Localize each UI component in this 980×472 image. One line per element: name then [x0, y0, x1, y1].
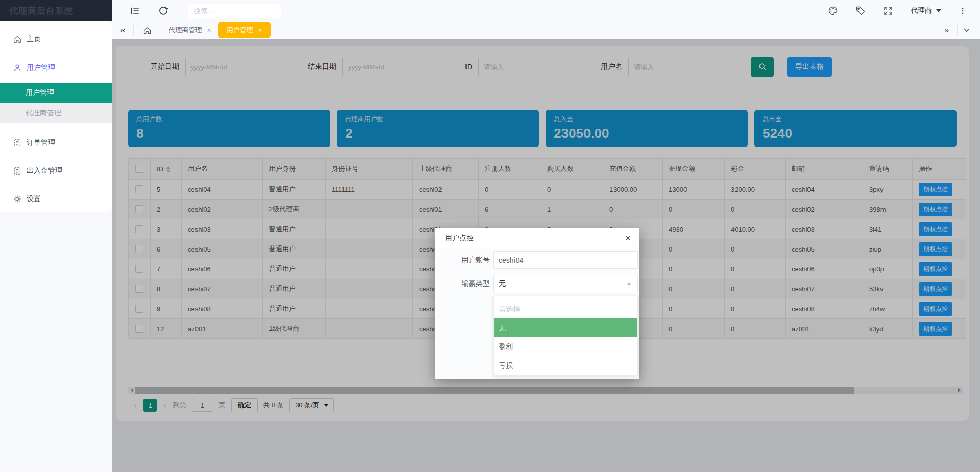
money-icon — [13, 166, 22, 176]
sidebar-item-label: 主页 — [27, 35, 41, 44]
sidebar-subitem-agent-management[interactable]: 代理商管理 — [0, 103, 112, 123]
sidebar-item-label: 设置 — [27, 194, 41, 204]
sidebar-item-settings[interactable]: 设置 — [0, 189, 112, 209]
account-input[interactable] — [493, 251, 638, 269]
tabs-dropdown-icon[interactable] — [963, 26, 971, 34]
account-label: 用户账号 — [445, 251, 490, 269]
winloss-dropdown: 请选择无盈利亏损 — [493, 296, 638, 376]
winloss-type-select[interactable]: 无 — [493, 275, 638, 292]
fullscreen-icon[interactable] — [883, 6, 893, 16]
sidebar-item-order-management[interactable]: 订单管理 — [0, 133, 112, 153]
header-actions: 代理商 — [828, 6, 980, 16]
home-icon — [13, 35, 22, 44]
app-logo: 代理商后台系统 — [0, 0, 112, 21]
dropdown-option[interactable]: 盈利 — [494, 337, 637, 356]
search-input[interactable] — [188, 4, 281, 18]
sidebar-item-label: 用户管理 — [26, 88, 54, 97]
modal-title: 用户点控 — [445, 234, 474, 243]
sidebar-toggle-icon[interactable] — [130, 6, 140, 16]
user-control-modal: 用户点控 × 用户账号 输赢类型 无 请选择无盈利亏损 — [435, 228, 639, 379]
modal-body: 用户账号 输赢类型 无 请选择无盈利亏损 — [435, 249, 639, 379]
close-icon[interactable]: × — [625, 233, 631, 243]
refresh-icon[interactable] — [158, 6, 168, 16]
dropdown-option[interactable]: 请选择 — [494, 300, 637, 318]
gear-icon — [13, 194, 22, 204]
tab-label: 代理商管理 — [168, 26, 202, 35]
top-header: 代理商 — [112, 0, 980, 21]
sidebar-item-label: 用户管理 — [27, 63, 55, 72]
home-icon — [143, 26, 152, 35]
tab-bar: « 代理商管理 × 用户管理 × » — [112, 21, 980, 39]
close-icon[interactable]: × — [207, 26, 211, 34]
tab-user-management[interactable]: 用户管理 × — [218, 22, 271, 38]
dropdown-option[interactable]: 亏损 — [494, 356, 637, 375]
sidebar: 主页 用户管理 用户管理 代理商管理 订单管理 出入金管理 设置 — [0, 21, 112, 212]
sidebar-subitem-user-management[interactable]: 用户管理 — [0, 83, 112, 103]
dropdown-option[interactable]: 无 — [494, 318, 637, 337]
global-search — [188, 4, 281, 18]
sidebar-item-label: 代理商管理 — [26, 109, 61, 118]
tabs-scroll-left[interactable]: « — [112, 21, 133, 39]
sidebar-item-label: 出入金管理 — [27, 166, 62, 176]
app-title: 代理商后台系统 — [9, 5, 74, 17]
tag-icon[interactable] — [855, 6, 866, 16]
select-value: 无 — [499, 279, 506, 288]
username: 代理商 — [911, 6, 932, 15]
theme-palette-icon[interactable] — [828, 6, 838, 16]
sidebar-item-label: 订单管理 — [27, 138, 55, 147]
tab-agent-management[interactable]: 代理商管理 × — [161, 21, 218, 39]
order-icon — [13, 138, 22, 147]
chevron-down-icon — [936, 9, 941, 12]
modal-header: 用户点控 × — [435, 228, 639, 249]
tab-label: 用户管理 — [227, 26, 253, 35]
chevron-up-icon — [627, 282, 632, 285]
user-icon — [13, 63, 22, 72]
sidebar-item-user-management[interactable]: 用户管理 — [0, 58, 112, 78]
sidebar-item-home[interactable]: 主页 — [0, 29, 112, 49]
winloss-type-label: 输赢类型 — [445, 275, 490, 292]
user-menu[interactable]: 代理商 — [911, 6, 941, 15]
home-tab[interactable] — [134, 26, 161, 35]
close-icon[interactable]: × — [258, 26, 262, 34]
tabbar-right-controls: » — [937, 21, 980, 39]
sidebar-item-funds-management[interactable]: 出入金管理 — [0, 161, 112, 181]
tabs-scroll-right[interactable]: » — [937, 21, 957, 39]
separator — [957, 24, 958, 36]
sidebar-submenu: 用户管理 代理商管理 — [0, 83, 112, 123]
kebab-menu-icon[interactable] — [959, 6, 967, 16]
